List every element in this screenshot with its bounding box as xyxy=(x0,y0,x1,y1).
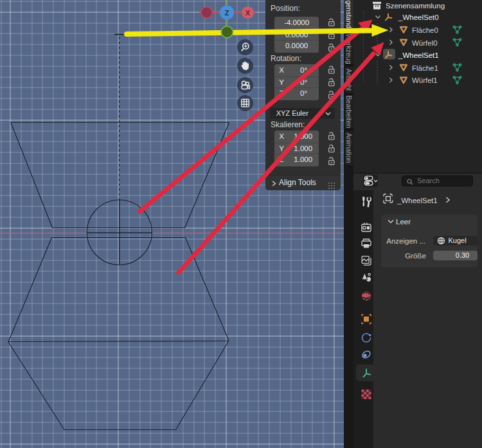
svg-text:X: X xyxy=(245,9,251,17)
svg-text:Z: Z xyxy=(224,9,229,17)
